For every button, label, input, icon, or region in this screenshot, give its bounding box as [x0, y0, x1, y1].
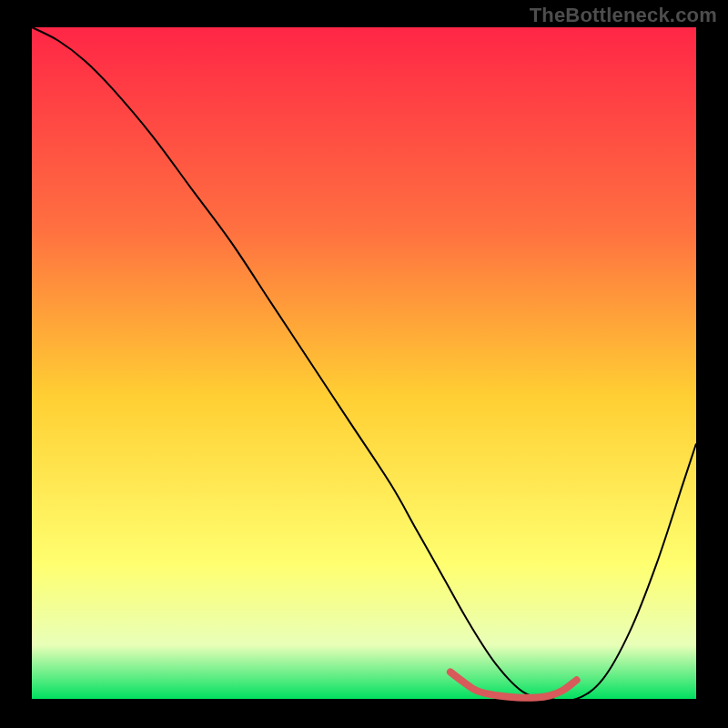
chart-frame: { "watermark": "TheBottleneck.com", "col… — [0, 0, 728, 728]
bottleneck-chart — [0, 0, 728, 728]
plot-background — [32, 27, 696, 699]
watermark-text: TheBottleneck.com — [530, 4, 717, 27]
